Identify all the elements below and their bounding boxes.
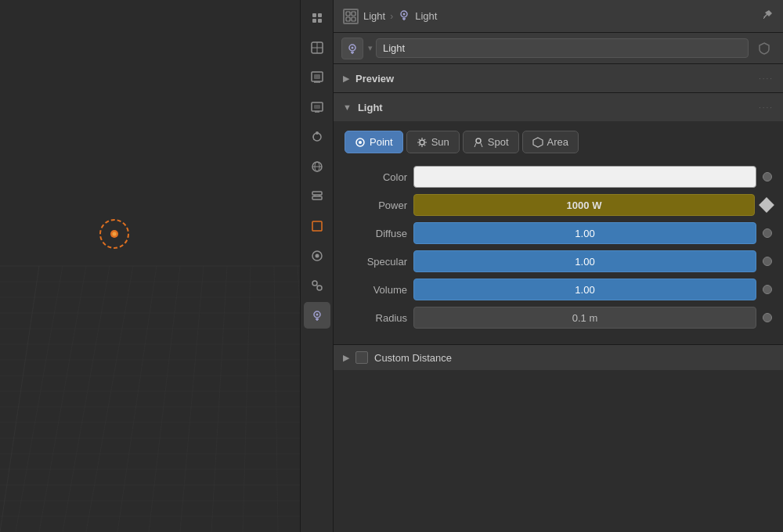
prop-row-radius: Radius 0.1 m — [345, 307, 772, 329]
volume-label: Volume — [345, 284, 407, 296]
svg-rect-52 — [312, 192, 322, 195]
tab-point-label: Point — [370, 136, 393, 148]
power-field[interactable]: 1000 W — [413, 194, 755, 216]
tab-area-label: Area — [547, 136, 568, 148]
svg-line-61 — [316, 286, 317, 286]
sidebar-item-object[interactable] — [304, 213, 330, 239]
breadcrumb-light-name: Light — [415, 10, 437, 22]
svg-rect-34 — [312, 13, 316, 17]
svg-point-81 — [420, 140, 424, 145]
prop-row-color: Color — [345, 166, 772, 188]
sidebar-item-tools[interactable] — [304, 5, 330, 31]
light-dots: ···· — [759, 103, 774, 112]
svg-rect-68 — [346, 17, 350, 21]
radius-keyframe-dot[interactable] — [763, 313, 772, 322]
diffuse-keyframe-dot[interactable] — [763, 228, 772, 238]
sidebar-item-light-data[interactable] — [304, 302, 330, 329]
svg-rect-53 — [312, 196, 322, 200]
shield-icon[interactable] — [753, 38, 775, 59]
custom-distance-label: Custom Distance — [374, 352, 452, 364]
svg-point-71 — [403, 13, 406, 16]
svg-point-63 — [316, 314, 318, 316]
section-light: ▼ Light ···· Point — [334, 93, 783, 345]
section-light-header[interactable]: ▼ Light ···· — [334, 93, 783, 121]
sidebar-item-scene[interactable] — [304, 64, 330, 91]
svg-point-80 — [359, 141, 362, 144]
svg-rect-66 — [346, 12, 350, 16]
radius-label: Radius — [345, 312, 407, 324]
svg-rect-56 — [312, 221, 322, 231]
prop-row-volume: Volume 1.00 — [345, 279, 772, 300]
breadcrumb-view-icon — [343, 9, 359, 24]
specular-keyframe-dot[interactable] — [763, 257, 772, 266]
svg-line-86 — [418, 138, 419, 139]
section-preview: ▶ Preview ···· — [334, 64, 783, 93]
sidebar-item-constraints[interactable] — [304, 272, 330, 299]
prop-row-diffuse: Diffuse 1.00 — [345, 222, 772, 244]
object-selector: ▾ — [334, 33, 783, 64]
radius-field[interactable]: 0.1 m — [413, 307, 756, 329]
specular-field[interactable]: 1.00 — [413, 250, 756, 272]
panel-header: Light › Light — [334, 0, 783, 33]
svg-line-87 — [424, 144, 424, 145]
breadcrumb-light-icon — [398, 9, 410, 23]
color-field[interactable] — [413, 166, 756, 188]
svg-rect-36 — [312, 19, 316, 23]
tab-sun[interactable]: Sun — [406, 131, 460, 153]
breadcrumb-object-name: Light — [363, 10, 385, 22]
preview-arrow: ▶ — [343, 74, 349, 84]
svg-rect-37 — [318, 19, 322, 23]
sidebar-item-world[interactable] — [304, 153, 330, 180]
power-keyframe-diamond[interactable] — [759, 197, 774, 213]
power-label: Power — [345, 200, 407, 211]
light-object[interactable] — [96, 215, 133, 253]
diffuse-field[interactable]: 1.00 — [413, 222, 756, 244]
svg-rect-67 — [352, 12, 355, 16]
custom-distance-row[interactable]: ▶ Custom Distance — [334, 345, 783, 370]
tab-area[interactable]: Area — [522, 131, 579, 153]
custom-distance-checkbox[interactable] — [355, 351, 368, 364]
tab-point[interactable]: Point — [345, 131, 403, 153]
svg-point-76 — [352, 46, 354, 49]
viewport — [0, 0, 300, 532]
svg-rect-69 — [352, 17, 355, 21]
svg-rect-45 — [314, 105, 320, 109]
radius-value: 0.1 m — [572, 312, 598, 324]
panel-content: ▶ Preview ···· ▼ Light ···· — [334, 64, 783, 532]
svg-point-60 — [317, 286, 322, 290]
sidebar-item-render[interactable] — [304, 94, 330, 120]
preview-dots: ···· — [759, 74, 774, 83]
svg-point-58 — [315, 254, 319, 258]
svg-line-74 — [763, 17, 765, 19]
diffuse-label: Diffuse — [345, 228, 407, 239]
prop-row-power: Power 1000 W — [345, 194, 772, 216]
sidebar-item-physics[interactable] — [304, 243, 330, 269]
viewport-grid — [0, 0, 300, 532]
sidebar-item-active-tool[interactable] — [304, 34, 330, 61]
volume-value: 1.00 — [575, 284, 594, 296]
light-arrow: ▼ — [343, 102, 352, 112]
pin-icon[interactable] — [761, 9, 774, 24]
svg-rect-43 — [314, 74, 320, 79]
svg-line-88 — [424, 138, 424, 139]
volume-keyframe-dot[interactable] — [763, 285, 772, 294]
color-label: Color — [345, 171, 407, 183]
svg-point-59 — [312, 281, 317, 286]
object-name-input[interactable] — [376, 38, 749, 58]
preview-title: Preview — [355, 73, 394, 84]
svg-point-33 — [112, 232, 116, 236]
light-title: Light — [358, 102, 383, 113]
volume-field[interactable]: 1.00 — [413, 279, 756, 300]
custom-distance-arrow: ▶ — [343, 353, 349, 363]
properties-panel: Light › Light ▾ — [333, 0, 783, 532]
sidebar-item-particles[interactable] — [304, 124, 330, 150]
sidebar-icons — [300, 0, 333, 532]
tab-spot[interactable]: Spot — [463, 131, 519, 153]
sidebar-item-modifier[interactable] — [304, 183, 330, 210]
tab-sun-label: Sun — [431, 136, 449, 148]
object-type-dropdown[interactable] — [341, 38, 363, 59]
power-value: 1000 W — [567, 200, 602, 211]
color-keyframe-dot[interactable] — [763, 172, 772, 182]
section-preview-header[interactable]: ▶ Preview ···· — [334, 64, 783, 92]
svg-line-89 — [418, 144, 419, 145]
